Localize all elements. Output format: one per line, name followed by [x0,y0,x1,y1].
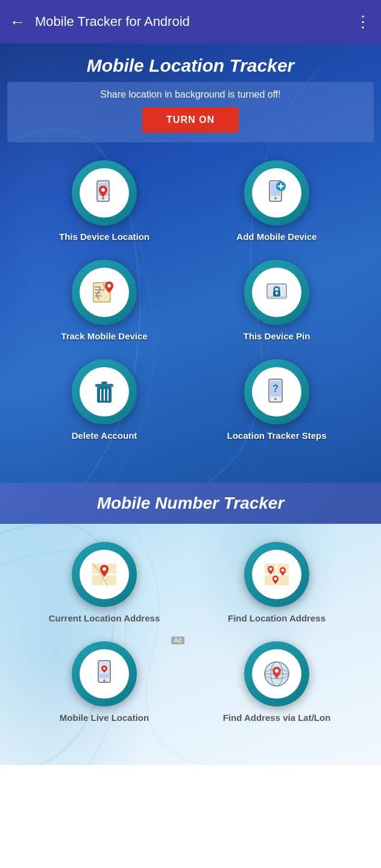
add-mobile-device-item[interactable]: Add Mobile Device [197,160,357,242]
globe-map-icon [261,658,292,690]
svg-rect-15 [95,295,102,297]
pin-phone-icon [89,177,120,209]
device-pin-icon-outer [244,260,309,325]
current-location-icon-inner [80,550,129,599]
location-tracker-steps-item[interactable]: ? Location Tracker Steps [197,359,357,441]
location-icon-grid: This Device Location Add Mobile Device [0,142,381,459]
location-section-header: Mobile Location Tracker [0,43,381,82]
svg-point-6 [274,197,277,200]
svg-point-33 [102,567,106,571]
svg-point-37 [274,577,277,580]
lat-lon-wrapper: Find Address via Lat/Lon [197,641,357,723]
svg-point-2 [102,197,104,200]
device-pin-icon-inner [252,268,301,317]
device-location-icon-outer [72,160,137,225]
phone-screen-icon [89,658,120,690]
current-location-wrapper: Current Location Address [24,542,184,623]
mobile-live-location-wrapper: Ad Mobile Live [24,641,184,723]
device-location-icon-inner [80,168,129,218]
device-pin-label: This Device Pin [244,331,310,341]
notification-bar: Share location in background is turned o… [7,82,374,142]
svg-rect-12 [95,286,101,288]
lat-lon-icon-inner [252,649,301,699]
map-list-icon [89,277,120,308]
svg-point-11 [107,284,111,288]
lat-lon-label: Find Address via Lat/Lon [223,712,331,723]
delete-account-label: Delete Account [72,430,137,441]
add-device-icon-inner [252,168,301,218]
svg-rect-24 [95,384,113,387]
map-pins-icon [261,559,292,590]
delete-account-icon-inner [80,367,129,417]
current-location-label: Current Location Address [49,613,160,623]
notification-text: Share location in background is turned o… [19,89,362,100]
find-location-icon-outer [244,542,309,607]
lat-lon-icon-outer [244,641,309,706]
find-location-wrapper: Find Location Address [197,542,357,623]
svg-point-42 [103,667,105,670]
tracker-steps-icon-outer: ? [244,359,309,424]
location-section-title: Mobile Location Tracker [10,55,371,76]
add-device-label: Add Mobile Device [236,231,316,242]
top-bar: ← Mobile Tracker for Android ⋮ [0,0,381,43]
number-tracker-section: Mobile Number Tracker [0,483,381,765]
add-device-icon-outer [244,160,309,225]
number-section-title: Mobile Number Tracker [10,494,371,513]
find-location-label: Find Location Address [228,613,326,623]
location-tracker-section: Mobile Location Tracker Share location i… [0,43,381,483]
this-device-location-item[interactable]: This Device Location [24,160,184,242]
lock-device-icon [261,277,292,308]
svg-text:?: ? [272,383,279,394]
svg-rect-23 [101,382,107,384]
map-pin-current-icon [89,559,120,590]
add-phone-icon [261,177,292,209]
live-location-icon-outer [72,641,137,706]
delete-account-icon-outer [72,359,137,424]
svg-point-40 [103,679,105,682]
track-device-label: Track Mobile Device [61,331,147,341]
this-device-pin-item[interactable]: This Device Pin [197,260,357,341]
svg-point-30 [274,398,277,400]
number-section-header: Mobile Number Tracker [0,483,381,524]
svg-rect-20 [276,293,277,295]
turn-on-button[interactable]: TURN ON [142,107,239,133]
svg-point-35 [269,568,272,571]
live-location-icon-inner [80,649,129,699]
help-phone-icon: ? [261,376,292,407]
live-location-label: Mobile Live Location [60,712,149,723]
svg-point-3 [101,188,105,192]
tracker-steps-icon-inner: ? [252,367,301,417]
mobile-live-location-item[interactable]: Mobile Live Location [60,641,149,723]
track-mobile-device-item[interactable]: Track Mobile Device [24,260,184,341]
menu-button[interactable]: ⋮ [355,13,371,31]
track-device-icon-inner [80,268,129,317]
back-button[interactable]: ← [10,14,25,30]
ad-badge: Ad [171,637,184,644]
find-location-item[interactable]: Find Location Address [228,542,326,623]
delete-account-item[interactable]: Delete Account [24,359,184,441]
svg-point-36 [281,569,284,572]
tracker-steps-label: Location Tracker Steps [227,430,326,441]
device-location-label: This Device Location [59,231,150,242]
current-location-item[interactable]: Current Location Address [49,542,160,623]
trash-icon [89,376,120,407]
svg-point-48 [275,669,279,673]
page-title: Mobile Tracker for Android [35,14,355,30]
find-location-icon-inner [252,550,301,599]
number-icon-grid: Current Location Address [0,524,381,741]
current-location-icon-outer [72,542,137,607]
track-device-icon-outer [72,260,137,325]
lat-lon-item[interactable]: Find Address via Lat/Lon [223,641,331,723]
svg-rect-14 [95,292,101,294]
svg-rect-13 [95,289,103,291]
